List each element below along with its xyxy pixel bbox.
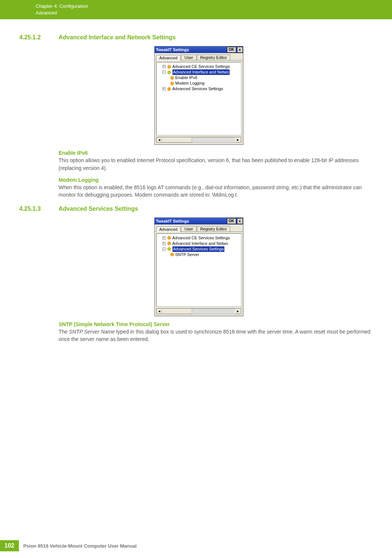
tab-user[interactable]: User: [181, 55, 196, 60]
tweakit-window-1: TweakIT Settings OK × Advanced User Regi…: [154, 46, 243, 145]
gear-icon: [170, 81, 174, 86]
horizontal-scrollbar[interactable]: ◄ ►: [156, 137, 241, 143]
header-section: Advanced: [36, 10, 392, 16]
tree-node[interactable]: SNTP Server: [157, 252, 240, 257]
tree-label-selected: Advanced Services Settings: [172, 246, 225, 252]
section-heading-2: 4.25.1.3 Advanced Services Settings: [19, 206, 378, 212]
tree-label-selected: Advanced Interface and Netwo: [172, 69, 230, 75]
tree-label: Advanced Services Settings: [172, 86, 223, 92]
window-title: TweakIT Settings: [156, 47, 189, 52]
close-button[interactable]: ×: [237, 218, 243, 224]
scroll-thumb[interactable]: [162, 309, 192, 314]
gear-icon: [167, 87, 171, 91]
tweakit-window-2: TweakIT Settings OK × Advanced User Regi…: [154, 217, 243, 316]
tree-label: Modem Logging: [175, 81, 205, 86]
page-header: Chapter 4: Configuration Advanced: [0, 0, 392, 19]
tree-label: SNTP Server: [175, 252, 200, 257]
tree-label: Advanced CE Services Settings: [172, 64, 230, 69]
expand-icon[interactable]: +: [162, 65, 166, 68]
tab-registry[interactable]: Registry Editor: [197, 55, 230, 60]
window-titlebar[interactable]: TweakIT Settings OK ×: [155, 218, 243, 224]
scroll-right-icon[interactable]: ►: [235, 309, 241, 314]
tree-node[interactable]: + Advanced CE Services Settings: [157, 64, 240, 69]
ok-button[interactable]: OK: [227, 218, 236, 224]
tree-node[interactable]: − Advanced Services Settings: [157, 246, 240, 252]
section-number: 4.25.1.2: [19, 34, 59, 41]
gear-icon: [167, 236, 171, 240]
section-title: Advanced Services Settings: [59, 206, 138, 212]
subheading-enable-ipv6: Enable IPv6: [59, 150, 378, 156]
tree-node[interactable]: + Advanced Services Settings: [157, 86, 240, 92]
close-button[interactable]: ×: [237, 47, 243, 53]
expand-icon[interactable]: +: [162, 236, 166, 240]
subheading-modem-logging: Modem Logging: [59, 177, 378, 183]
tab-registry[interactable]: Registry Editor: [197, 226, 230, 232]
tree-label: Advanced Interface and Netwo: [172, 241, 228, 246]
page-number: 102: [0, 540, 19, 551]
expand-icon[interactable]: +: [162, 87, 166, 91]
horizontal-scrollbar[interactable]: ◄ ►: [156, 308, 241, 314]
paragraph: The SNTP Server Name typed in this dialo…: [59, 328, 378, 343]
tab-advanced[interactable]: Advanced: [156, 55, 181, 60]
tree-node[interactable]: + Advanced Interface and Netwo: [157, 241, 240, 246]
window-titlebar[interactable]: TweakIT Settings OK ×: [155, 46, 243, 53]
ok-button[interactable]: OK: [227, 47, 236, 53]
expand-icon[interactable]: +: [162, 242, 166, 245]
tree-label: Advanced CE Services Settings: [172, 235, 230, 241]
tab-strip: Advanced User Registry Editor: [155, 53, 243, 60]
tree-view[interactable]: + Advanced CE Services Settings − Advanc…: [156, 62, 241, 135]
paragraph: This option allows you to enabled Intern…: [59, 157, 378, 172]
collapse-icon[interactable]: −: [162, 247, 166, 251]
text-emphasis: SNTP Server Name: [69, 329, 115, 335]
paragraph: When this option is enabled, the 8516 lo…: [59, 184, 378, 199]
tab-user[interactable]: User: [181, 226, 196, 232]
gear-icon: [167, 65, 171, 69]
text-run: The: [59, 329, 69, 335]
tree-label: Enable IPv6: [175, 75, 197, 81]
gear-icon: [170, 252, 174, 257]
tab-advanced[interactable]: Advanced: [156, 226, 181, 232]
page-footer: 102 Psion 8516 Vehicle-Mount Computer Us…: [0, 540, 136, 551]
gear-icon: [167, 247, 171, 251]
tree-node[interactable]: Enable IPv6: [157, 75, 240, 81]
tree-view[interactable]: + Advanced CE Services Settings + Advanc…: [156, 233, 241, 307]
scroll-thumb[interactable]: [162, 137, 192, 142]
header-chapter: Chapter 4: Configuration: [36, 3, 392, 10]
gear-icon: [167, 70, 171, 75]
collapse-icon[interactable]: −: [162, 70, 166, 74]
gear-icon: [167, 241, 171, 246]
section-title: Advanced Interface and Network Settings: [59, 34, 176, 41]
tree-node[interactable]: Modem Logging: [157, 81, 240, 86]
subheading-sntp: SNTP (Simple Network Time Protocol) Serv…: [59, 321, 378, 327]
section-heading-1: 4.25.1.2 Advanced Interface and Network …: [19, 34, 378, 41]
tree-node[interactable]: − Advanced Interface and Netwo: [157, 69, 240, 75]
window-title: TweakIT Settings: [156, 219, 189, 223]
gear-icon: [170, 76, 174, 80]
scroll-left-icon[interactable]: ◄: [157, 309, 162, 314]
tab-strip: Advanced User Registry Editor: [155, 224, 243, 232]
tree-node[interactable]: + Advanced CE Services Settings: [157, 235, 240, 241]
scroll-left-icon[interactable]: ◄: [157, 137, 162, 142]
section-number: 4.25.1.3: [19, 206, 59, 212]
manual-title: Psion 8516 Vehicle-Mount Computer User M…: [23, 543, 137, 549]
scroll-right-icon[interactable]: ►: [235, 137, 241, 142]
